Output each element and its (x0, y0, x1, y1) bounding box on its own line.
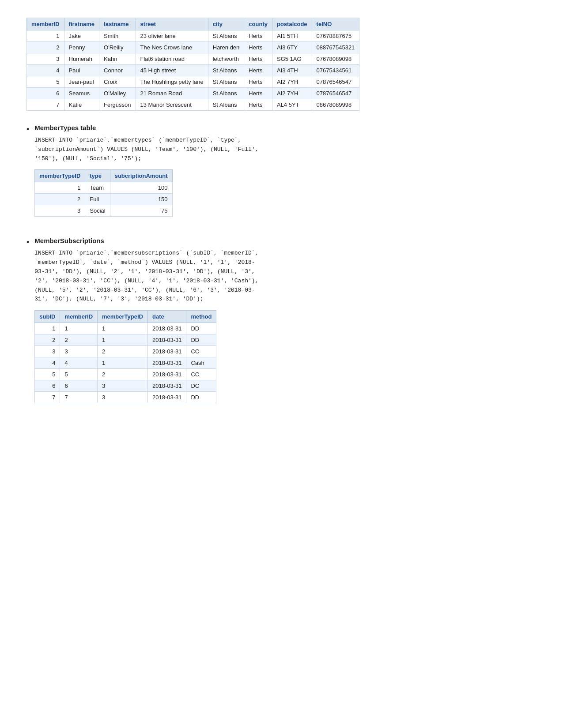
membertypes-title: MemberTypes table (34, 124, 258, 131)
cell-memberTypeID: 1 (98, 334, 148, 346)
cell-telNO: 07678887675 (312, 30, 359, 42)
cell-subID: 6 (35, 380, 60, 392)
cell-memberTypeID: 3 (35, 205, 85, 217)
table-row: 4PaulConnor45 High streetSt AlbansHertsA… (27, 65, 359, 76)
cell-postalcode: AI2 7YH (272, 88, 312, 99)
cell-type: Team (85, 182, 110, 194)
table-row: 1Team100 (35, 182, 172, 194)
membersubscriptions-table: subIDmemberIDmemberTypeIDdatemethod11120… (34, 310, 216, 403)
column-header-subcriptionAmount: subcriptionAmount (110, 170, 172, 182)
cell-memberID: 2 (27, 42, 64, 53)
cell-memberID: 3 (27, 53, 64, 65)
cell-date: 2018-03-31 (147, 334, 186, 346)
cell-subID: 2 (35, 334, 60, 346)
cell-street: 23 olivier lane (136, 30, 208, 42)
cell-city: St Albans (208, 65, 244, 76)
members-table-wrapper: memberIDfirstnamelastnamestreetcitycount… (26, 18, 537, 111)
cell-date: 2018-03-31 (147, 369, 186, 380)
cell-lastname: O'Malley (99, 88, 136, 99)
bullet-icon: • (26, 125, 29, 135)
cell-method: CC (186, 369, 216, 380)
cell-method: DD (186, 334, 216, 346)
cell-street: Flat6 station road (136, 53, 208, 65)
cell-subcriptionAmount: 150 (110, 194, 172, 205)
membertypes-table: memberTypeIDtypesubcriptionAmount1Team10… (34, 169, 172, 217)
cell-lastname: O'Reilly (99, 42, 136, 53)
table-row: 6632018-03-31DC (35, 380, 216, 392)
cell-memberTypeID: 2 (98, 346, 148, 357)
cell-memberTypeID: 1 (35, 182, 85, 194)
cell-subcriptionAmount: 75 (110, 205, 172, 217)
cell-date: 2018-03-31 (147, 392, 186, 403)
cell-subID: 3 (35, 346, 60, 357)
cell-street: 13 Manor Screscent (136, 99, 208, 111)
column-header-street: street (136, 18, 208, 30)
cell-memberID: 6 (60, 380, 98, 392)
table-row: 3322018-03-31CC (35, 346, 216, 357)
cell-firstname: Seamus (64, 88, 99, 99)
cell-memberID: 4 (27, 65, 64, 76)
column-header-county: county (244, 18, 272, 30)
cell-postalcode: SG5 1AG (272, 53, 312, 65)
cell-city: St Albans (208, 76, 244, 88)
cell-firstname: Paul (64, 65, 99, 76)
membersubscriptions-table-wrapper: subIDmemberIDmemberTypeIDdatemethod11120… (34, 310, 258, 403)
cell-telNO: 07675434561 (312, 65, 359, 76)
cell-subID: 4 (35, 357, 60, 369)
cell-memberTypeID: 3 (98, 392, 148, 403)
cell-postalcode: AI1 5TH (272, 30, 312, 42)
cell-county: Herts (244, 88, 272, 99)
cell-date: 2018-03-31 (147, 380, 186, 392)
table-row: 5522018-03-31CC (35, 369, 216, 380)
cell-subcriptionAmount: 100 (110, 182, 172, 194)
cell-memberID: 1 (60, 323, 98, 334)
table-row: 2212018-03-31DD (35, 334, 216, 346)
table-row: 3Social75 (35, 205, 172, 217)
table-row: 1JakeSmith23 olivier laneSt AlbansHertsA… (27, 30, 359, 42)
cell-memberID: 5 (60, 369, 98, 380)
column-header-firstname: firstname (64, 18, 99, 30)
cell-memberTypeID: 1 (98, 357, 148, 369)
cell-street: The Hushlings petty lane (136, 76, 208, 88)
membersubscriptions-title: MemberSubscriptions (34, 237, 258, 244)
cell-city: Haren den (208, 42, 244, 53)
cell-memberID: 7 (27, 99, 64, 111)
cell-county: Herts (244, 65, 272, 76)
table-row: 3HumerahKahnFlat6 station roadletchworth… (27, 53, 359, 65)
table-row: 1112018-03-31DD (35, 323, 216, 334)
cell-county: Herts (244, 99, 272, 111)
cell-memberID: 6 (27, 88, 64, 99)
table-row: 6SeamusO'Malley21 Roman RoadSt AlbansHer… (27, 88, 359, 99)
membersubscriptions-section: • MemberSubscriptions INSERT INTO `priar… (26, 237, 537, 417)
cell-memberID: 3 (60, 346, 98, 357)
membertypes-table-wrapper: memberTypeIDtypesubcriptionAmount1Team10… (34, 169, 258, 217)
cell-firstname: Penny (64, 42, 99, 53)
cell-method: Cash (186, 357, 216, 369)
cell-lastname: Smith (99, 30, 136, 42)
table-row: 7KatieFergusson13 Manor ScrescentSt Alba… (27, 99, 359, 111)
cell-memberID: 2 (60, 334, 98, 346)
cell-method: DC (186, 380, 216, 392)
column-header-memberID: memberID (27, 18, 64, 30)
cell-method: DD (186, 392, 216, 403)
cell-telNO: 08678089998 (312, 99, 359, 111)
cell-firstname: Katie (64, 99, 99, 111)
cell-lastname: Kahn (99, 53, 136, 65)
table-row: 2Full150 (35, 194, 172, 205)
cell-method: CC (186, 346, 216, 357)
cell-subID: 7 (35, 392, 60, 403)
column-header-method: method (186, 311, 216, 323)
cell-firstname: Jake (64, 30, 99, 42)
membertypes-code: INSERT INTO `priarie`.`membertypes` (`me… (34, 136, 258, 163)
cell-firstname: Humerah (64, 53, 99, 65)
cell-method: DD (186, 323, 216, 334)
cell-subID: 5 (35, 369, 60, 380)
cell-city: St Albans (208, 99, 244, 111)
cell-county: Herts (244, 53, 272, 65)
cell-date: 2018-03-31 (147, 357, 186, 369)
column-header-date: date (147, 311, 186, 323)
cell-lastname: Croix (99, 76, 136, 88)
cell-lastname: Fergusson (99, 99, 136, 111)
table-row: 5Jean-paulCroixThe Hushlings petty laneS… (27, 76, 359, 88)
cell-memberID: 1 (27, 30, 64, 42)
